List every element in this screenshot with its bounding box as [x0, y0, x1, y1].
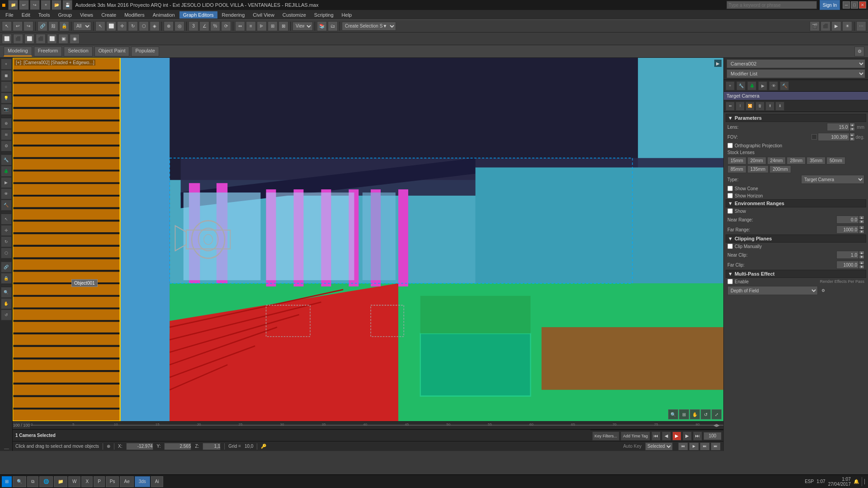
lt-pan[interactable]: ✋ — [1, 298, 12, 309]
mod-icon-6[interactable]: ⬇ — [775, 102, 784, 111]
search-taskbar[interactable]: 🔍 — [13, 476, 26, 487]
lens-24mm[interactable]: 24mm — [767, 157, 786, 164]
lt-shape[interactable]: ○ — [1, 81, 12, 92]
lt-lights[interactable]: 💡 — [1, 93, 12, 103]
menu-group[interactable]: Group — [54, 11, 75, 19]
far-clip-spin-up[interactable]: ▲ — [859, 261, 864, 265]
near-range-spin-up[interactable]: ▲ — [859, 216, 864, 220]
lt-geometry[interactable]: ◼ — [1, 70, 12, 81]
tb-align[interactable]: ≡ — [246, 21, 256, 31]
lens-input[interactable] — [827, 123, 849, 131]
rp-icon-hierarchy[interactable]: 🌲 — [747, 81, 756, 90]
tb2-1[interactable]: ⬜ — [2, 34, 12, 44]
nav-next-key[interactable]: ⏭ — [700, 442, 710, 450]
tb-render-setup[interactable]: 🎬 — [810, 21, 820, 31]
far-range-spin-up[interactable]: ▲ — [859, 225, 864, 230]
timeline-track[interactable]: 0 5 10 15 20 25 30 35 40 45 50 55 60 65 … — [31, 422, 723, 429]
task-max[interactable]: 3ds — [135, 476, 150, 487]
lens-spin-up[interactable]: ▲ — [849, 123, 855, 127]
task-excel[interactable]: X — [81, 476, 93, 487]
menu-civil-view[interactable]: Civil View — [249, 11, 278, 19]
lt-rotate[interactable]: ↻ — [1, 236, 12, 247]
params-header[interactable]: ▼ Parameters — [726, 114, 866, 122]
camera-select[interactable]: Camera002 — [726, 59, 865, 68]
menu-views[interactable]: Views — [76, 11, 97, 19]
clipping-planes-header[interactable]: ▼ Clipping Planes — [726, 235, 866, 243]
task-ae[interactable]: Ae — [120, 476, 133, 487]
anim-key-filters[interactable]: Key Filters... — [592, 432, 619, 441]
anim-next-frame[interactable]: ⏭ — [693, 432, 702, 441]
nav-prev-key[interactable]: ⏮ — [678, 442, 688, 450]
lt-move[interactable]: ✛ — [1, 225, 12, 236]
far-clip-spin-down[interactable]: ▼ — [859, 265, 864, 269]
tray-show-desktop[interactable]: │ — [862, 477, 866, 486]
modifier-list-select[interactable]: Modifier List — [726, 69, 865, 78]
menu-create[interactable]: Create — [98, 11, 120, 19]
lens-135mm[interactable]: 135mm — [747, 165, 769, 173]
selected-mode-select[interactable]: Selected — [645, 442, 673, 450]
vp-zoomall[interactable]: ⊞ — [679, 409, 689, 419]
vp-orbit[interactable]: ↺ — [701, 409, 711, 419]
env-ranges-header[interactable]: ▼ Environment Ranges — [726, 199, 866, 207]
z-input[interactable] — [203, 443, 221, 450]
mod-icon-1[interactable]: ⬅ — [726, 102, 735, 111]
tb-select-region[interactable]: ⬜ — [106, 21, 116, 31]
tb-pctsnap[interactable]: % — [210, 21, 220, 31]
fov-spin-up[interactable]: ▲ — [849, 133, 855, 137]
maximize-button[interactable]: □ — [851, 1, 858, 9]
tb-snap[interactable]: 3 — [189, 21, 198, 31]
anim-play[interactable]: ▶ — [672, 432, 681, 441]
start-button[interactable]: ⊞ — [2, 476, 12, 487]
tb-select-all[interactable]: ↖ — [2, 21, 12, 31]
filter-select[interactable]: All — [73, 22, 91, 31]
tb-render[interactable]: ⬛ — [821, 21, 830, 31]
anim-prev[interactable]: ◀ — [662, 432, 671, 441]
sign-in-button[interactable]: Sign In — [820, 0, 840, 10]
task-explorer[interactable]: 📁 — [54, 476, 67, 487]
menu-rendering[interactable]: Rendering — [218, 11, 249, 19]
tb-render2[interactable]: ▶ — [831, 21, 841, 31]
anim-frame-input[interactable] — [703, 432, 722, 440]
fov-spin-down[interactable]: ▼ — [849, 137, 855, 141]
rp-icon-create[interactable]: + — [726, 81, 735, 90]
menu-edit[interactable]: Edit — [18, 11, 34, 19]
vp-maximize[interactable]: ⤢ — [712, 409, 722, 419]
tb2-3[interactable]: ⬜ — [24, 34, 34, 44]
mod-icon-3[interactable]: 🔀 — [745, 102, 755, 111]
menu-scripting[interactable]: Scripting — [311, 11, 337, 19]
task-view[interactable]: ⧉ — [27, 476, 38, 487]
anim-prev-frame[interactable]: ⏮ — [651, 432, 660, 441]
lens-15mm[interactable]: 15mm — [727, 157, 746, 164]
lt-helpers[interactable]: ⊕ — [1, 118, 12, 129]
near-range-spin-down[interactable]: ▼ — [859, 220, 864, 224]
lens-35mm[interactable]: 35mm — [807, 157, 826, 164]
lt-link[interactable]: 🔗 — [1, 262, 12, 272]
tab-freeform[interactable]: Freeform — [34, 47, 62, 56]
anim-next[interactable]: ▶ — [683, 432, 692, 441]
nav-end[interactable]: ⏭ — [711, 442, 721, 450]
tb-unlink[interactable]: ⛓ — [48, 21, 58, 31]
clip-manually-checkbox[interactable] — [727, 244, 733, 249]
tb-layers[interactable]: 📚 — [317, 21, 327, 31]
menu-file[interactable]: File — [2, 11, 17, 19]
title-undo[interactable]: ↩ — [19, 0, 29, 10]
create-selection-select[interactable]: Create Selection S▼ — [342, 22, 396, 31]
tb2-7[interactable]: ◉ — [70, 34, 80, 44]
lt-systems[interactable]: ⚙ — [1, 141, 12, 151]
env-show-checkbox[interactable] — [727, 208, 733, 214]
tb-align3[interactable]: ⊞ — [268, 21, 278, 31]
tb-select[interactable]: ↖ — [95, 21, 105, 31]
near-clip-input[interactable] — [836, 251, 859, 259]
tb-mirror[interactable]: ⇔ — [235, 21, 245, 31]
lt-display[interactable]: 👁 — [1, 188, 12, 199]
tb-move[interactable]: ✛ — [117, 21, 127, 31]
far-range-input[interactable] — [836, 225, 859, 234]
tb-redo[interactable]: ↪ — [24, 21, 33, 31]
tb-more[interactable]: ⋯ — [856, 21, 866, 31]
menu-animation[interactable]: Animation — [149, 11, 179, 19]
tab-selection[interactable]: Selection — [64, 47, 92, 56]
dof-settings-btn[interactable]: ⚙ — [821, 288, 825, 293]
tb-rotate[interactable]: ↻ — [128, 21, 138, 31]
ortho-checkbox[interactable] — [727, 143, 733, 148]
vp-zoom[interactable]: 🔍 — [668, 409, 678, 419]
